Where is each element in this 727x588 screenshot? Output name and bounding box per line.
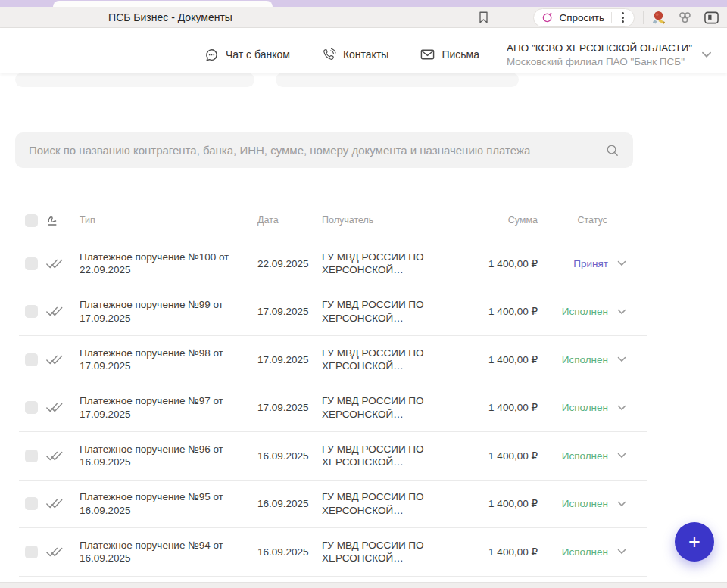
document-date-cell: 17.09.2025 (257, 401, 322, 415)
document-amount-cell: 1 400,00 ₽ (462, 546, 538, 559)
status-dropdown[interactable]: Исполнен (538, 546, 626, 559)
signed-double-check-icon (45, 546, 80, 558)
account-info: АНО "КСВО ХЕРСОНСКОЙ ОБЛАСТИ" Московский… (507, 42, 692, 67)
create-document-fab[interactable]: + (675, 522, 714, 562)
document-recipient-cell: ГУ МВД РОССИИ ПО ХЕРСОНСКОЙ… (322, 347, 462, 373)
row-checkbox[interactable] (25, 305, 38, 318)
search-icon[interactable] (605, 143, 619, 157)
status-dropdown[interactable]: Принят (538, 257, 626, 271)
plus-icon: + (688, 532, 700, 552)
status-badge: Исполнен (562, 450, 608, 463)
document-date-cell: 17.09.2025 (257, 305, 322, 319)
chat-link-label: Чат с банком (226, 48, 290, 61)
account-selector[interactable]: АНО "КСВО ХЕРСОНСКОЙ ОБЛАСТИ" Московский… (507, 42, 712, 67)
document-date-cell: 16.09.2025 (257, 497, 322, 511)
status-dropdown[interactable]: Исполнен (538, 305, 626, 319)
mail-link-label: Письма (442, 48, 479, 61)
search-placeholder: Поиск по названию контрагента, банка, ИН… (29, 144, 530, 157)
column-header-type[interactable]: Тип (80, 215, 257, 226)
signed-double-check-icon (45, 450, 80, 462)
document-row[interactable]: Платежное поручение №100 от 22.09.2025 2… (19, 240, 647, 288)
status-badge: Исполнен (562, 497, 608, 511)
extension-colorful-icon[interactable] (651, 10, 666, 26)
document-row[interactable]: Платежное поручение №99 от 17.09.2025 17… (19, 288, 647, 337)
row-checkbox[interactable] (25, 450, 38, 462)
document-type-cell: Платежное поручение №98 от 17.09.2025 (80, 347, 257, 373)
chat-with-bank-link[interactable]: Чат с банком (204, 48, 290, 62)
document-type-cell: Платежное поручение №96 от 16.09.2025 (80, 443, 257, 469)
status-chevron-down-icon[interactable] (617, 309, 626, 315)
column-header-recipient[interactable]: Получатель (322, 215, 462, 226)
status-chevron-down-icon[interactable] (617, 356, 626, 362)
signed-double-check-icon (45, 401, 80, 414)
row-checkbox[interactable] (25, 401, 38, 414)
row-checkbox[interactable] (25, 546, 38, 558)
extensions-menu-icon[interactable] (678, 11, 692, 25)
contacts-link[interactable]: Контакты (322, 48, 388, 62)
document-recipient-cell: ГУ МВД РОССИИ ПО ХЕРСОНСКОЙ… (322, 394, 462, 421)
status-dropdown[interactable]: Исполнен (538, 497, 626, 511)
document-date-cell: 16.09.2025 (257, 450, 322, 463)
ask-button[interactable]: Спросить (533, 8, 635, 27)
document-type-cell: Платежное поручение №95 от 16.09.2025 (80, 490, 257, 517)
document-row[interactable]: Платежное поручение №97 от 17.09.2025 17… (19, 384, 647, 433)
pill-divider (611, 12, 612, 23)
status-dropdown[interactable]: Исполнен (538, 401, 626, 415)
status-chevron-down-icon[interactable] (617, 453, 626, 459)
row-checkbox[interactable] (25, 257, 38, 270)
table-body: Платежное поручение №100 от 22.09.2025 2… (19, 240, 647, 577)
row-checkbox[interactable] (25, 497, 38, 510)
filter-card-left[interactable] (15, 73, 254, 87)
signature-column-icon[interactable] (45, 213, 80, 228)
document-recipient-cell: ГУ МВД РОССИИ ПО ХЕРСОНСКОЙ… (322, 443, 462, 469)
document-type-cell: Платежное поручение №97 от 17.09.2025 (80, 394, 257, 421)
document-row[interactable]: Платежное поручение №95 от 16.09.2025 16… (19, 481, 647, 529)
signed-double-check-icon (45, 257, 80, 270)
browser-tab-strip (0, 0, 727, 7)
row-checkbox[interactable] (25, 353, 38, 366)
document-row[interactable]: Платежное поручение №96 от 16.09.2025 16… (19, 432, 647, 481)
ask-menu-dots-icon[interactable] (619, 12, 627, 23)
account-branch: Московский филиал ПАО "Банк ПСБ" (507, 56, 692, 67)
ask-button-label: Спросить (559, 12, 604, 23)
signed-double-check-icon (45, 353, 80, 366)
document-date-cell: 16.09.2025 (257, 546, 322, 559)
column-header-amount[interactable]: Сумма (462, 215, 538, 226)
document-recipient-cell: ГУ МВД РОССИИ ПО ХЕРСОНСКОЙ… (322, 298, 462, 325)
filter-card-right[interactable] (276, 73, 519, 87)
document-amount-cell: 1 400,00 ₽ (462, 401, 538, 415)
status-badge: Исполнен (562, 546, 608, 559)
document-row[interactable]: Платежное поручение №98 от 17.09.2025 17… (19, 336, 647, 384)
browser-toolbar: ПСБ Бизнес - Документы Спросить (0, 7, 727, 28)
document-date-cell: 22.09.2025 (257, 257, 322, 271)
document-type-cell: Платежное поручение №99 от 17.09.2025 (80, 298, 257, 325)
status-dropdown[interactable]: Исполнен (538, 353, 626, 367)
ask-ai-icon (541, 11, 554, 23)
document-recipient-cell: ГУ МВД РОССИИ ПО ХЕРСОНСКОЙ… (322, 490, 462, 517)
document-amount-cell: 1 400,00 ₽ (462, 497, 538, 511)
column-header-status[interactable]: Статус (538, 215, 607, 226)
status-badge: Принят (573, 257, 608, 271)
browser-window: ПСБ Бизнес - Документы Спросить (0, 0, 727, 588)
account-name: АНО "КСВО ХЕРСОНСКОЙ ОБЛАСТИ" (507, 42, 692, 54)
phone-icon (322, 48, 336, 62)
status-chevron-down-icon[interactable] (617, 405, 626, 411)
select-all-checkbox[interactable] (25, 214, 38, 227)
chat-icon (204, 48, 219, 62)
status-dropdown[interactable]: Исполнен (538, 450, 626, 463)
mail-icon (420, 48, 435, 61)
mail-link[interactable]: Письма (420, 48, 479, 61)
browser-active-tab[interactable] (53, 1, 273, 7)
toolbar-right-controls: Спросить (478, 7, 719, 28)
search-input[interactable]: Поиск по названию контрагента, банка, ИН… (15, 132, 633, 168)
bookmark-icon[interactable] (478, 11, 489, 24)
status-chevron-down-icon[interactable] (617, 260, 626, 266)
document-recipient-cell: ГУ МВД РОССИИ ПО ХЕРСОНСКОЙ… (322, 250, 462, 277)
status-chevron-down-icon[interactable] (617, 501, 626, 507)
document-amount-cell: 1 400,00 ₽ (462, 450, 538, 463)
document-row[interactable]: Платежное поручение №94 от 16.09.2025 16… (19, 528, 647, 577)
column-header-date[interactable]: Дата (257, 215, 322, 226)
status-chevron-down-icon[interactable] (617, 549, 626, 555)
document-type-cell: Платежное поручение №100 от 22.09.2025 (80, 250, 257, 277)
tabs-panel-icon[interactable] (704, 11, 719, 25)
